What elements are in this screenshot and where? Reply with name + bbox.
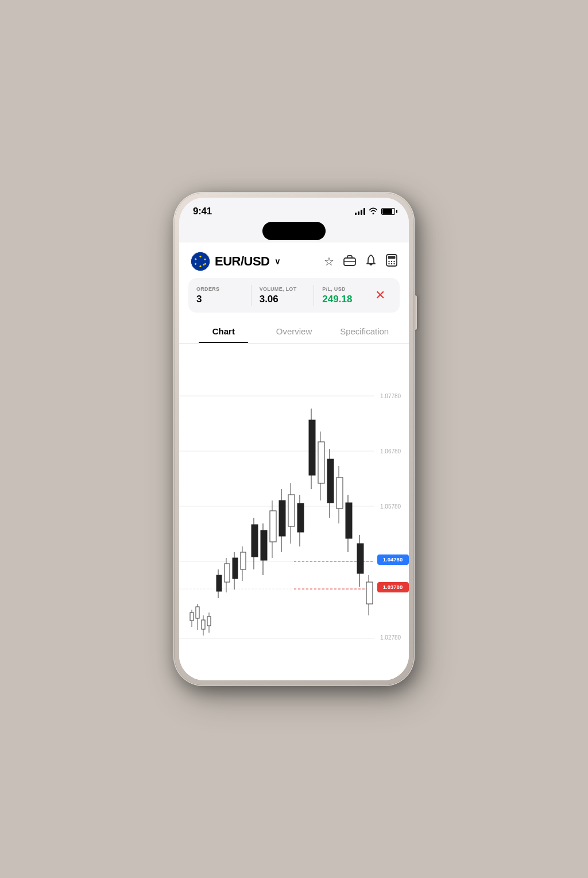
svg-rect-72 [366, 582, 373, 604]
app-content: EUR/USD ∨ ☆ [179, 242, 409, 680]
svg-rect-42 [225, 564, 230, 582]
pl-stat: P/L, USD 249.18 [322, 286, 369, 305]
svg-rect-46 [241, 552, 246, 569]
svg-text:1.03780: 1.03780 [383, 584, 403, 590]
svg-point-21 [391, 263, 392, 264]
volume-value: 3.06 [260, 294, 306, 305]
tabs: Chart Overview Specification [179, 321, 409, 344]
orders-value: 3 [196, 294, 243, 305]
svg-rect-36 [202, 620, 205, 629]
pair-name: EUR/USD [215, 254, 270, 269]
dynamic-island [262, 222, 326, 240]
battery-icon [381, 208, 395, 215]
svg-rect-34 [196, 607, 199, 618]
signal-icon [355, 208, 365, 215]
volume-label: VOLUME, LOT [260, 286, 306, 292]
svg-rect-48 [252, 525, 258, 557]
currency-pair[interactable]: EUR/USD ∨ [191, 252, 280, 271]
phone-frame: 9:41 [173, 192, 415, 686]
currency-flag [191, 252, 210, 271]
svg-rect-68 [346, 503, 352, 538]
svg-point-20 [388, 263, 389, 264]
svg-rect-56 [288, 495, 295, 526]
svg-rect-62 [318, 442, 324, 483]
close-icon: ✕ [375, 288, 385, 303]
svg-rect-44 [233, 558, 238, 579]
svg-point-7 [200, 256, 202, 257]
chevron-down-icon: ∨ [274, 257, 280, 266]
bell-icon[interactable] [365, 254, 377, 269]
svg-text:1.05780: 1.05780 [380, 503, 401, 510]
header-top: EUR/USD ∨ ☆ [191, 252, 397, 271]
svg-point-22 [393, 263, 394, 264]
briefcase-icon[interactable] [343, 255, 356, 269]
status-icons [355, 207, 395, 216]
svg-rect-54 [279, 500, 285, 536]
close-button[interactable]: ✕ [369, 284, 392, 307]
svg-rect-52 [270, 511, 276, 542]
svg-text:1.06780: 1.06780 [380, 448, 401, 455]
svg-point-10 [200, 265, 202, 267]
wifi-icon [369, 207, 378, 216]
svg-point-19 [393, 260, 394, 261]
chart-area: 1.07780 1.06780 1.05780 1.02780 1.04780 … [179, 344, 409, 680]
svg-rect-50 [261, 530, 267, 560]
orders-stat: ORDERS 3 [196, 286, 243, 305]
stats-bar: ORDERS 3 VOLUME, LOT 3.06 P/L, USD 249.1… [188, 278, 400, 313]
pl-label: P/L, USD [322, 286, 369, 292]
status-time: 9:41 [193, 206, 212, 217]
svg-rect-66 [336, 477, 343, 509]
svg-rect-16 [388, 256, 396, 259]
pl-value: 249.18 [322, 294, 369, 305]
svg-rect-70 [357, 544, 363, 573]
star-icon[interactable]: ☆ [324, 255, 334, 268]
tab-specification[interactable]: Specification [329, 321, 400, 343]
app-header: EUR/USD ∨ ☆ [179, 242, 409, 278]
svg-rect-32 [190, 613, 194, 621]
tab-chart[interactable]: Chart [188, 321, 259, 343]
volume-stat: VOLUME, LOT 3.06 [260, 286, 306, 305]
svg-rect-58 [297, 503, 304, 532]
svg-rect-64 [327, 459, 334, 503]
svg-point-18 [391, 260, 392, 261]
header-actions: ☆ [324, 254, 397, 269]
svg-point-17 [388, 260, 389, 261]
svg-text:1.04780: 1.04780 [383, 556, 403, 563]
status-bar: 9:41 [179, 198, 409, 222]
svg-point-0 [191, 252, 210, 271]
svg-rect-60 [309, 420, 315, 475]
phone-screen: 9:41 [179, 198, 409, 680]
svg-text:1.07780: 1.07780 [380, 393, 401, 399]
svg-rect-40 [216, 575, 222, 591]
calculator-icon[interactable] [386, 254, 397, 269]
svg-rect-38 [207, 617, 211, 626]
svg-text:1.02780: 1.02780 [380, 634, 401, 641]
orders-label: ORDERS [196, 286, 243, 292]
tab-overview[interactable]: Overview [259, 321, 330, 343]
